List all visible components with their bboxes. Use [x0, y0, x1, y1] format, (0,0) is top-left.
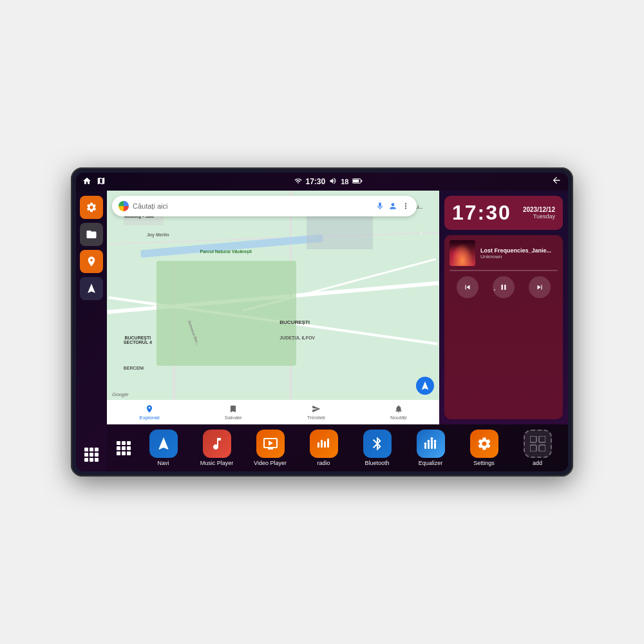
back-icon[interactable]: [551, 175, 562, 188]
map-nav-noutati-label: Noutăți: [390, 415, 406, 421]
volume-icon: [329, 176, 337, 187]
svg-point-14: [433, 440, 436, 442]
music-pause-button[interactable]: [493, 276, 515, 298]
music-text: Lost Frequencies_Janie... Unknown: [480, 247, 558, 260]
app-bluetooth-icon: [363, 430, 392, 458]
grid-dot: [127, 441, 131, 445]
map-widget[interactable]: AXIS PremiumMobility - Sud Pizza & Baker…: [107, 191, 439, 424]
music-progress-bar[interactable]: [450, 270, 558, 271]
sidebar-item-files[interactable]: [80, 223, 103, 246]
all-apps-button[interactable]: [113, 438, 134, 459]
map-background: AXIS PremiumMobility - Sud Pizza & Baker…: [107, 191, 439, 424]
map-nav-explorati[interactable]: Explorați: [140, 404, 160, 421]
grid-dot: [127, 451, 131, 455]
grid-dot: [122, 446, 126, 450]
grid-dot: [95, 453, 99, 457]
sidebar: [76, 191, 107, 471]
svg-rect-7: [424, 445, 426, 449]
clock-date-day: Tuesday: [523, 213, 555, 220]
right-panel: 17:30 2023/12/12 Tuesday: [439, 191, 568, 424]
app-video-label: Video Player: [254, 460, 287, 466]
music-artist: Unknown: [480, 254, 558, 260]
grid-dot: [122, 451, 126, 455]
grid-dot: [117, 446, 120, 450]
svg-rect-17: [530, 445, 536, 451]
app-grid-toggle[interactable]: [80, 443, 103, 466]
map-search-placeholder: Căutați aici: [133, 202, 372, 210]
grid-dot: [95, 458, 99, 462]
app-settings-label: Settings: [473, 460, 495, 466]
svg-rect-18: [539, 445, 545, 451]
svg-point-11: [424, 442, 426, 445]
grid-dot: [117, 451, 120, 455]
clock-widget: 17:30 2023/12/12 Tuesday: [444, 196, 563, 230]
music-widget: Lost Frequencies_Janie... Unknown: [444, 235, 563, 419]
svg-rect-15: [530, 436, 536, 442]
app-add[interactable]: add: [520, 430, 555, 466]
svg-rect-2: [353, 180, 359, 183]
sidebar-item-maps[interactable]: [80, 250, 103, 273]
clock-date: 2023/12/12 Tuesday: [523, 206, 555, 220]
app-radio[interactable]: radio: [306, 430, 341, 466]
music-prev-button[interactable]: [457, 276, 478, 298]
navigate-button[interactable]: [416, 377, 434, 395]
map-nav-salvate[interactable]: Salvate: [225, 404, 242, 421]
app-bluetooth[interactable]: Bluetooth: [359, 430, 395, 466]
grid-dot: [117, 441, 120, 445]
grid-dot: [84, 448, 88, 451]
clock-time: 17:30: [452, 201, 511, 225]
music-title: Lost Frequencies_Janie...: [480, 247, 558, 254]
music-info: Lost Frequencies_Janie... Unknown: [450, 240, 558, 266]
svg-rect-10: [434, 442, 436, 449]
app-equalizer[interactable]: Equalizer: [413, 430, 448, 466]
grid-dot: [127, 446, 131, 450]
wifi-icon: [294, 176, 302, 187]
device: 17:30 18: [71, 167, 573, 477]
map-settings-icon[interactable]: [401, 202, 410, 211]
maps-status-icon[interactable]: [97, 176, 106, 187]
map-nav-salvate-label: Salvate: [225, 415, 242, 421]
svg-rect-9: [431, 440, 433, 449]
app-settings-icon: [470, 430, 498, 458]
app-radio-label: radio: [317, 460, 330, 466]
status-bar: 17:30 18: [76, 173, 568, 191]
sidebar-item-navigation[interactable]: [80, 277, 103, 300]
app-video-player[interactable]: Video Player: [252, 430, 288, 466]
grid-dot: [84, 453, 88, 457]
svg-rect-16: [539, 436, 545, 442]
grid-dot: [95, 448, 99, 451]
map-nav-trimiteti-label: Trimiteți: [307, 415, 325, 421]
app-music-icon: [203, 430, 231, 458]
map-bottom-nav: Explorați Salvate Trimiteți: [107, 400, 439, 424]
grid-dot: [84, 458, 88, 462]
home-icon[interactable]: [82, 176, 91, 187]
app-settings[interactable]: Settings: [466, 430, 502, 466]
mic-icon[interactable]: [375, 202, 384, 211]
app-navi[interactable]: Navi: [146, 430, 181, 466]
status-right: [551, 175, 562, 188]
grid-dot: [90, 458, 93, 462]
svg-rect-8: [428, 442, 430, 449]
map-nav-explorati-label: Explorați: [140, 415, 160, 421]
app-music-player[interactable]: Music Player: [199, 430, 234, 466]
app-add-icon: [524, 430, 552, 458]
battery-level: 18: [341, 178, 348, 185]
app-navi-icon: [149, 430, 178, 458]
battery-icon: [352, 176, 363, 187]
music-controls: [450, 276, 558, 298]
grid-dot: [122, 441, 126, 445]
app-navi-label: Navi: [157, 460, 169, 466]
svg-point-13: [430, 437, 433, 440]
status-left: [82, 176, 106, 187]
map-search-bar[interactable]: Căutați aici: [112, 196, 417, 216]
sidebar-item-settings[interactable]: [80, 196, 103, 219]
clock-date-main: 2023/12/12: [523, 206, 555, 213]
map-nav-noutati[interactable]: Noutăți: [390, 404, 406, 421]
map-nav-trimiteti[interactable]: Trimiteți: [307, 404, 325, 421]
app-equalizer-label: Equalizer: [419, 460, 443, 466]
apps-row: Navi Music Player: [139, 430, 562, 466]
profile-icon[interactable]: [388, 202, 397, 211]
svg-rect-4: [321, 440, 323, 448]
music-next-button[interactable]: [529, 276, 551, 298]
screen: 17:30 18: [76, 173, 568, 471]
